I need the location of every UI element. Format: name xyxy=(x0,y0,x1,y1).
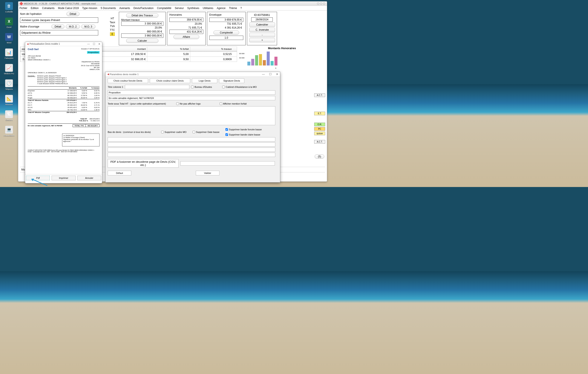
menu-modecalcul[interactable]: Mode Calcul 2019 xyxy=(58,7,79,10)
annuler-button[interactable]: Annuler xyxy=(77,176,101,180)
menu-edition[interactable]: Edition xyxy=(31,7,39,10)
desktop-icon-gescant[interactable]: 🏗Gescant xyxy=(3,110,15,121)
menu-theme[interactable]: Thème xyxy=(229,7,237,10)
desktop-icon-sequora[interactable]: 🕐Séquora xyxy=(3,80,15,90)
desktop-icon-medicis[interactable]: 📈Médicis Pro xyxy=(3,64,15,75)
operation-name-field[interactable]: Annexe Lycée Jacques Prévert xyxy=(20,17,98,23)
light-color-button[interactable]: Choix couleur claire Devis xyxy=(150,78,190,83)
complexite-field[interactable]: 1.0 xyxy=(209,36,243,40)
menu2-mo[interactable]: Mo xyxy=(21,168,25,171)
valider-button[interactable]: Valider xyxy=(196,171,220,175)
suppr-mo-checkbox[interactable]: Supprimer cadre MO xyxy=(161,131,187,133)
bas1-input[interactable] xyxy=(108,137,275,142)
preview-titlebar[interactable]: ◀ Prévisualisation Devis modèle 1 —☐✕ xyxy=(25,42,102,46)
menu-typemission[interactable]: Type mission xyxy=(82,7,97,10)
desktop-icon-revision[interactable]: 📐Révision xyxy=(3,95,15,106)
menu-devis[interactable]: Devis/Facturation xyxy=(134,7,153,10)
honoraires-ttc[interactable]: 431 614,26 € xyxy=(169,30,203,34)
menu-compta[interactable]: Comptabilité xyxy=(157,7,171,10)
menu-avenants[interactable]: Avenants xyxy=(119,7,130,10)
phase-badge[interactable]: E.T. xyxy=(314,112,325,115)
tva-label: TVA xyxy=(107,25,117,28)
affaire-button[interactable]: Affaire xyxy=(173,35,199,39)
desktop-icon-actualisation[interactable]: 💻Actualisation xyxy=(3,126,15,137)
max-icon[interactable]: ☐ xyxy=(269,72,272,76)
logo-button[interactable]: Logo Devis xyxy=(192,78,217,83)
params-dialog: ◀ Paramètres devis modèle 1 —☐✕ Choix co… xyxy=(105,72,280,182)
min-icon[interactable]: — xyxy=(262,72,265,76)
close-icon[interactable]: ✕ xyxy=(276,72,278,76)
menu-utilitaires[interactable]: Utilitaires xyxy=(203,7,213,10)
svg-rect-9 xyxy=(274,57,277,65)
travaux-ht-field[interactable]: 3 300 000,00 € xyxy=(121,21,163,26)
minus-button[interactable]: - xyxy=(249,33,275,37)
min-icon[interactable]: — xyxy=(87,42,90,46)
honoraires-ht[interactable]: 359 678,55 € xyxy=(169,18,203,22)
mo-detail-button[interactable]: Détail xyxy=(51,24,64,29)
menu-fichier[interactable]: Fichier xyxy=(20,7,27,10)
min-icon[interactable] xyxy=(317,3,319,5)
bas2-input[interactable] xyxy=(108,142,275,147)
close-icon[interactable]: ✕ xyxy=(98,42,100,46)
e-indicator[interactable]: E xyxy=(110,32,115,36)
bas3-input[interactable] xyxy=(108,148,275,152)
signature-button[interactable]: Signature Devis xyxy=(219,78,244,83)
texte-total-textarea[interactable] xyxy=(108,106,275,125)
close-icon[interactable] xyxy=(323,3,325,5)
date-field[interactable]: 26/09/2024 xyxy=(251,17,273,22)
desktop-icon-faberplan[interactable]: 📊Faberplan xyxy=(3,49,15,59)
nologo-checkbox[interactable]: Ne pas afficher logo xyxy=(176,102,201,105)
svg-rect-8 xyxy=(271,61,273,65)
mo2-button[interactable]: M.O. 2 xyxy=(66,24,80,29)
max-icon[interactable]: ☐ xyxy=(93,42,95,46)
cinversee-button[interactable]: C. Inversée xyxy=(249,28,275,32)
count-badge[interactable]: (5) xyxy=(315,154,324,159)
menu-documents[interactable]: 5 Documents xyxy=(101,7,116,10)
menu-serveur[interactable]: Serveur xyxy=(175,7,184,10)
calculer-button[interactable]: Calculer xyxy=(126,39,158,43)
phase-badge[interactable]: A.C.T. xyxy=(314,140,325,144)
phase-badge[interactable]: PC xyxy=(314,127,325,131)
detail-travaux-button[interactable]: Détail des Travaux xyxy=(126,13,158,18)
desktop-icon-recycle[interactable]: 🗑Corbeille xyxy=(3,2,15,13)
suppr-date-checkbox[interactable]: Supprimer Date basse xyxy=(193,131,220,133)
app-icon xyxy=(20,2,23,5)
detail-button[interactable]: Détail xyxy=(66,12,80,16)
phase-badge[interactable]: O.R. xyxy=(314,122,325,126)
desktop-icon-word[interactable]: WWord xyxy=(3,33,15,44)
calendrier-button[interactable]: Calendrier xyxy=(249,22,275,27)
forfait-checkbox[interactable]: Afficher mention forfait xyxy=(220,102,247,105)
bureau-checkbox[interactable]: Bureau d'Etudes xyxy=(191,86,212,88)
menu-cotraitants[interactable]: Cotraitants xyxy=(42,7,55,10)
dark-color-button[interactable]: Choix couleur foncée Devis xyxy=(108,78,148,83)
bas4-input[interactable] xyxy=(108,153,275,157)
menu-syntheses[interactable]: Synthèses xyxy=(187,7,199,10)
imprimer-button[interactable]: Imprimer xyxy=(52,176,75,180)
plus-button[interactable]: + xyxy=(249,38,275,42)
menu-help[interactable]: ? xyxy=(241,7,242,10)
honoraires-tva: 71 935,71 € xyxy=(169,26,203,30)
suppr-bande-claire-checkbox[interactable]: Supprimer bande claire basse xyxy=(225,133,262,136)
menu-agence[interactable]: Agence xyxy=(217,7,226,10)
params-titlebar[interactable]: ◀ Paramètres devis modèle 1 —☐✕ xyxy=(105,72,280,77)
titrecol-input[interactable] xyxy=(125,85,189,89)
pdf-merge-input[interactable] xyxy=(180,161,275,165)
mo-name-field[interactable]: Département du Rhône xyxy=(20,30,98,35)
travaux-ttc-field[interactable]: 3 960 000,00 € xyxy=(121,33,163,38)
phase-badge[interactable]: A.C.T. xyxy=(314,93,325,97)
pdf-merge-button[interactable]: PDF à fusionner en deuxième page de Devi… xyxy=(108,159,178,168)
phase-badge[interactable]: quisse xyxy=(314,131,325,135)
complexite-button[interactable]: Complexité xyxy=(213,30,239,35)
cabinet-checkbox[interactable]: Cabinet d'Assistance à la MO xyxy=(222,86,257,88)
mo3-button[interactable]: M.O. 3 xyxy=(81,24,95,29)
suppr-bande-foncee-checkbox[interactable]: Supprimer bande foncée basse xyxy=(225,128,262,131)
desktop-icon-excel[interactable]: XExcel xyxy=(3,18,15,28)
chart-title: Montants Honoraires xyxy=(239,47,325,50)
payline-input[interactable] xyxy=(108,96,275,100)
max-icon[interactable] xyxy=(320,3,322,5)
titlebar[interactable]: MEDICIS 26 - V 26.28 - CHARLET ARCHITECT… xyxy=(18,1,327,6)
defaut-button[interactable]: Défaut xyxy=(108,171,131,175)
proposition-input[interactable] xyxy=(108,90,275,95)
svg-text:60 000: 60 000 xyxy=(239,57,245,59)
enveloppe-ttc: 4 391 614,26 € xyxy=(209,26,243,30)
